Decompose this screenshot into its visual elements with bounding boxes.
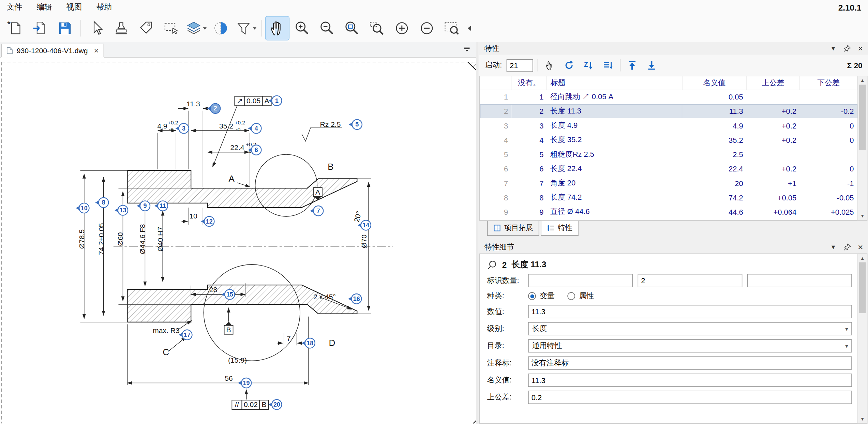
toolbar-separator xyxy=(80,20,81,36)
balloon-7[interactable]: 7 xyxy=(310,206,323,216)
stamp-tool-button[interactable] xyxy=(109,17,133,40)
radio-variable[interactable] xyxy=(528,292,536,300)
sort-button[interactable]: Z xyxy=(581,58,596,72)
balloon-12[interactable]: 12 xyxy=(201,216,214,226)
scrollbar-thumb[interactable] xyxy=(859,262,866,313)
marquee-select-button[interactable] xyxy=(160,17,183,40)
close-icon[interactable]: × xyxy=(858,44,863,53)
zoom-extents-button[interactable] xyxy=(341,17,364,40)
column-header-index[interactable] xyxy=(480,76,511,90)
balloon-10[interactable]: 10 xyxy=(76,203,89,213)
zoom-region-button[interactable] xyxy=(365,17,389,40)
menu-help[interactable]: 帮助 xyxy=(96,2,112,12)
balloon-13[interactable]: 13 xyxy=(115,205,128,215)
details-scrollbar[interactable]: ▲ ▼ xyxy=(857,254,867,423)
tab-project-extension[interactable]: 项目拓展 xyxy=(487,221,539,236)
zoom-window-button[interactable] xyxy=(440,17,463,40)
new-document-icon: * xyxy=(6,20,23,36)
balloon-20[interactable]: 20 xyxy=(268,399,282,409)
characteristic-row[interactable]: 77角度 2020+1-1 xyxy=(480,176,857,190)
new-document-button[interactable]: * xyxy=(3,17,27,40)
balloon-18[interactable]: 18 xyxy=(302,338,315,348)
svg-text:B: B xyxy=(226,326,231,334)
catalog-combobox[interactable]: 通用特性 ▾ xyxy=(528,339,852,352)
balloon-4[interactable]: 4 xyxy=(248,123,261,133)
document-tab[interactable]: 930-1200-406-V1.dwg × xyxy=(1,44,104,58)
toolbar-separator xyxy=(537,59,538,72)
dimension-text: max. R3 xyxy=(153,327,180,334)
close-tab-icon[interactable]: × xyxy=(94,46,99,55)
balloon-19[interactable]: 19 xyxy=(238,378,251,388)
scroll-up-icon[interactable]: ▲ xyxy=(858,76,867,85)
increase-button[interactable] xyxy=(390,17,414,40)
nominal-input[interactable] xyxy=(528,374,852,387)
sequence-button[interactable] xyxy=(600,58,615,72)
pin-icon[interactable] xyxy=(843,243,851,251)
save-button[interactable] xyxy=(53,17,76,40)
characteristic-row[interactable]: 33长度 4.94.9+0.20 xyxy=(480,118,857,133)
start-number-input[interactable] xyxy=(506,59,533,72)
characteristic-row[interactable]: 11径向跳动 ↗ 0.05 A0.05 xyxy=(480,90,857,104)
characteristic-row[interactable]: 44长度 35.235.2+0.20 xyxy=(480,133,857,147)
decrease-button[interactable] xyxy=(415,17,438,40)
id-quantity-input-2[interactable] xyxy=(638,274,743,287)
scroll-down-icon[interactable]: ▼ xyxy=(858,415,867,423)
radio-attribute[interactable] xyxy=(567,292,575,300)
half-view-button[interactable] xyxy=(209,17,233,40)
column-header-title[interactable]: 标题 xyxy=(547,76,682,90)
column-header-lower[interactable]: 下公差 xyxy=(800,76,857,90)
column-header-upper[interactable]: 上公差 xyxy=(746,76,799,90)
id-quantity-input-3[interactable] xyxy=(747,274,852,287)
dimension-text: Ø44.6 F8 xyxy=(138,224,146,254)
tag-tool-button[interactable] xyxy=(135,17,158,40)
pick-balloon-button[interactable] xyxy=(542,58,557,72)
drawing-canvas[interactable]: 11.34.9+0.2-035.2+0.2-0Rz 2.522.4+0.2-0B… xyxy=(0,58,476,424)
move-bottom-button[interactable] xyxy=(644,58,659,72)
pan-tool-button[interactable] xyxy=(266,17,289,40)
renumber-button[interactable] xyxy=(562,58,577,72)
balloon-5[interactable]: 5 xyxy=(349,120,362,130)
characteristic-row[interactable]: 66长度 22.422.4+0.20 xyxy=(480,162,857,176)
panel-chevron-down-icon[interactable]: ▼ xyxy=(830,45,836,51)
characteristic-row[interactable]: 55粗糙度Rz 2.52.5 xyxy=(480,147,857,162)
value-input[interactable] xyxy=(528,305,852,318)
panel-chevron-down-icon[interactable]: ▼ xyxy=(830,244,836,250)
upper-tolerance-input[interactable] xyxy=(528,391,852,404)
zoom-in-button[interactable] xyxy=(290,17,314,40)
move-top-button[interactable] xyxy=(625,58,640,72)
characteristic-row[interactable]: 99直径 Ø 44.644.6+0.064+0.025 xyxy=(480,205,857,219)
toolbar-collapse-chevron[interactable] xyxy=(465,17,474,40)
note-input[interactable] xyxy=(528,357,852,370)
scroll-up-icon[interactable]: ▲ xyxy=(858,254,867,262)
select-cursor-button[interactable] xyxy=(85,17,108,40)
dimension-text: 10 xyxy=(189,212,197,220)
menu-edit[interactable]: 编辑 xyxy=(36,2,52,12)
menu-view[interactable]: 视图 xyxy=(66,2,82,12)
column-header-nominal[interactable]: 名义值 xyxy=(682,76,746,90)
balloon-8[interactable]: 8 xyxy=(95,198,108,208)
characteristic-row[interactable]: 88长度 74.274.2+0.05-0.05 xyxy=(480,191,857,205)
column-header-no[interactable]: 没有。 xyxy=(511,76,547,90)
dimension-text: Ø40 H7 xyxy=(156,227,164,252)
document-switcher-icon[interactable] xyxy=(464,45,475,55)
pin-icon[interactable] xyxy=(843,45,851,52)
scrollbar-thumb[interactable] xyxy=(859,85,866,150)
level-combobox[interactable]: 长度 ▾ xyxy=(528,322,852,335)
close-icon[interactable]: × xyxy=(858,243,863,252)
layers-button[interactable] xyxy=(184,17,208,40)
zoom-out-button[interactable] xyxy=(316,17,339,40)
balloon-17[interactable]: 17 xyxy=(179,330,192,340)
dimension-text: Ø70 xyxy=(360,234,368,248)
tab-characteristics[interactable]: 特性 xyxy=(541,221,578,236)
tab-label: 特性 xyxy=(558,223,572,233)
zoom-window-icon xyxy=(444,20,460,36)
balloon-2[interactable]: 2 xyxy=(207,104,220,113)
table-scrollbar[interactable]: ▲ ▼ xyxy=(857,76,867,220)
scroll-down-icon[interactable]: ▼ xyxy=(858,212,867,220)
menu-file[interactable]: 文件 xyxy=(6,2,22,12)
filter-button[interactable] xyxy=(234,17,257,40)
balloon-16[interactable]: 16 xyxy=(348,294,361,304)
open-document-button[interactable] xyxy=(28,17,51,40)
characteristic-row[interactable]: 22长度 11.311.3+0.2-0.2 xyxy=(480,104,857,118)
id-quantity-input-1[interactable] xyxy=(528,274,633,287)
